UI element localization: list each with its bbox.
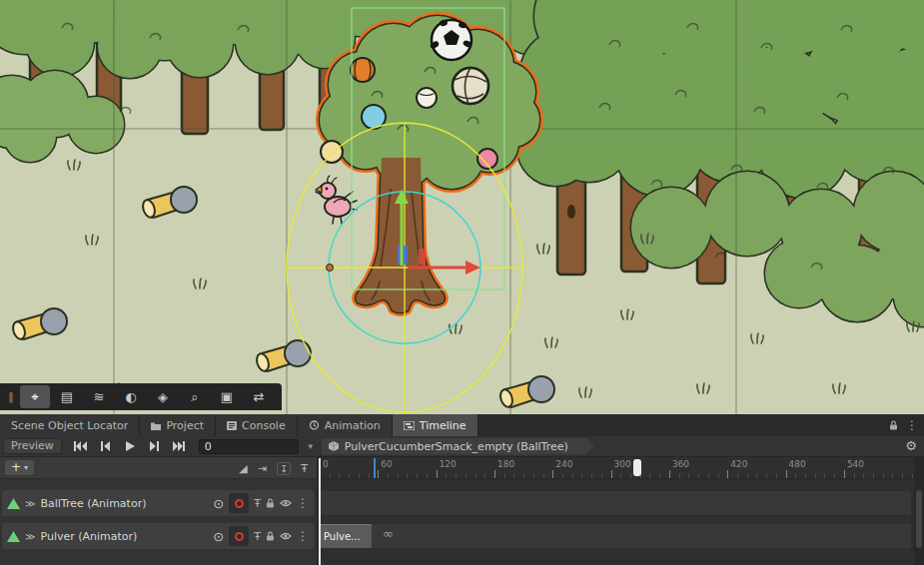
goto-end-button[interactable]: [167, 438, 192, 455]
search-tool[interactable]: ⌕: [180, 385, 210, 408]
animation-clip[interactable]: Pulve...: [320, 524, 372, 548]
ruler-tick: [378, 470, 379, 478]
plane-handle[interactable]: [419, 249, 426, 265]
track-icon: [7, 531, 20, 542]
trim-icon[interactable]: Ŧ: [254, 497, 261, 510]
previous-frame-button[interactable]: [92, 438, 117, 455]
animator-binding-icon: ≫: [25, 531, 35, 542]
tab-console[interactable]: Console: [216, 414, 298, 436]
infinite-clip-icon: ∞: [383, 526, 394, 541]
timeline-dropdown-icon[interactable]: ▾: [304, 441, 318, 451]
lock-icon[interactable]: [889, 420, 898, 430]
record-button[interactable]: [229, 526, 249, 546]
timeline-ruler[interactable]: 060120180240300360420480540: [318, 457, 914, 479]
clock-icon: [309, 420, 320, 430]
gameobject-cube-icon: [329, 441, 339, 451]
timeline-header: Preview 0 ▾: [0, 436, 924, 457]
frame-tool[interactable]: ▤: [52, 385, 82, 408]
cream-ball[interactable]: [321, 141, 343, 163]
ruler-tick: [844, 470, 845, 478]
shuffle-tool[interactable]: ⇄: [244, 385, 274, 408]
tab-more-icon[interactable]: ⋮: [906, 418, 918, 432]
record-button[interactable]: [229, 493, 249, 513]
tab-project[interactable]: Project: [140, 414, 216, 436]
insert-frame-icon[interactable]: ↧: [277, 462, 291, 475]
console-icon: [227, 421, 237, 430]
ruler-tick: [437, 470, 438, 478]
track-header-pulver[interactable]: ≫ Pulver (Animator) ⊙ Ŧ ⋮: [2, 523, 314, 549]
trim-icon[interactable]: Ŧ: [254, 530, 261, 543]
lock-icon[interactable]: [266, 498, 275, 508]
target-picker-icon[interactable]: ⊙: [213, 529, 224, 544]
sphere-brush-tool[interactable]: ◐: [116, 385, 146, 408]
tab-label: Animation: [325, 419, 381, 432]
ruler-label: 240: [555, 459, 572, 469]
playhead-line[interactable]: [319, 458, 321, 565]
gear-icon[interactable]: ⚙: [905, 438, 917, 453]
track-lane-balltree[interactable]: [319, 490, 912, 516]
tabbar-right-controls: ⋮: [889, 414, 918, 436]
layers-tool[interactable]: ▣: [212, 385, 242, 408]
curves-icon[interactable]: ◢: [239, 462, 247, 475]
tilemap-tool[interactable]: ≋: [84, 385, 114, 408]
play-button[interactable]: [117, 438, 142, 455]
scene-view[interactable]: [0, 0, 924, 414]
unity-editor-window: ‖⌖▤≋◐◈⌕▣⇄ Scene Object Locator Project C…: [0, 0, 924, 565]
lock-icon[interactable]: [266, 531, 275, 541]
breadcrumb-label: PulverCucumberSmack_empty (BallTree): [345, 440, 568, 453]
scene-toolbar: ‖⌖▤≋◐◈⌕▣⇄: [0, 383, 282, 410]
volleyball[interactable]: [453, 68, 488, 104]
ruler-label: 180: [497, 459, 514, 469]
transform-tool[interactable]: ◈: [148, 385, 178, 408]
goto-start-button[interactable]: [67, 438, 92, 455]
track-name: BallTree (Animator): [40, 497, 208, 510]
track-menu-icon[interactable]: ⋮: [297, 529, 309, 543]
animator-binding-icon: ≫: [25, 498, 35, 509]
breadcrumb[interactable]: PulverCucumberSmack_empty (BallTree): [322, 438, 594, 455]
ruler-label: 540: [847, 459, 864, 469]
caret-down-icon: ▾: [24, 460, 28, 475]
tab-animation[interactable]: Animation: [298, 414, 393, 436]
tab-label: Console: [242, 419, 286, 432]
track-menu-icon[interactable]: ⋮: [297, 496, 309, 510]
folder-icon: [151, 421, 161, 430]
transport-controls: [67, 438, 192, 455]
tab-label: Project: [166, 419, 204, 432]
ruler-label: 420: [730, 459, 747, 469]
next-frame-button[interactable]: [142, 438, 167, 455]
ruler-tick: [669, 470, 670, 478]
scrollbar-thumb[interactable]: [916, 490, 922, 548]
clip-end-marker: [374, 458, 376, 478]
frame-field[interactable]: 0: [199, 439, 299, 454]
add-track-button[interactable]: + ▾: [5, 460, 34, 475]
pivot-dot[interactable]: [327, 265, 334, 272]
record-ring: [235, 532, 244, 541]
track-lane-pulver[interactable]: Pulve... ∞: [319, 523, 912, 549]
preview-toggle[interactable]: Preview: [3, 438, 62, 454]
tab-timeline[interactable]: Timeline: [393, 414, 478, 436]
toolbar-grip[interactable]: ‖: [4, 385, 18, 408]
move-tool[interactable]: ⌖: [20, 385, 50, 408]
track-list-panel: + ▾ ◢⇥↧Ŧ ≫ BallTree (Animator) ⊙ Ŧ: [0, 457, 318, 565]
target-picker-icon[interactable]: ⊙: [213, 496, 224, 511]
white-ball[interactable]: [417, 88, 437, 108]
insert-clip-icon[interactable]: ⇥: [258, 462, 267, 475]
track-header-balltree[interactable]: ≫ BallTree (Animator) ⊙ Ŧ ⋮: [2, 490, 314, 516]
marker-icon[interactable]: Ŧ: [301, 462, 308, 475]
tab-bar: Scene Object Locator Project Console Ani…: [0, 414, 924, 436]
tab-scene-object-locator[interactable]: Scene Object Locator: [0, 414, 140, 436]
ruler-tick: [552, 470, 553, 478]
scene-canvas: [0, 0, 924, 414]
track-icon: [7, 498, 20, 509]
add-track-label: +: [11, 460, 21, 475]
eye-icon[interactable]: [280, 499, 292, 507]
timeline-panel: Preview 0 ▾: [0, 436, 924, 565]
track-toolbar: + ▾ ◢⇥↧Ŧ: [0, 457, 317, 479]
ruler-label: 120: [440, 459, 457, 469]
timeline-scrollbar[interactable]: [914, 457, 924, 565]
ruler-label: 300: [614, 459, 631, 469]
ruler-label: 360: [672, 459, 689, 469]
ruler-tick: [611, 470, 612, 478]
ruler-label: 0: [323, 459, 329, 469]
eye-icon[interactable]: [280, 532, 292, 540]
